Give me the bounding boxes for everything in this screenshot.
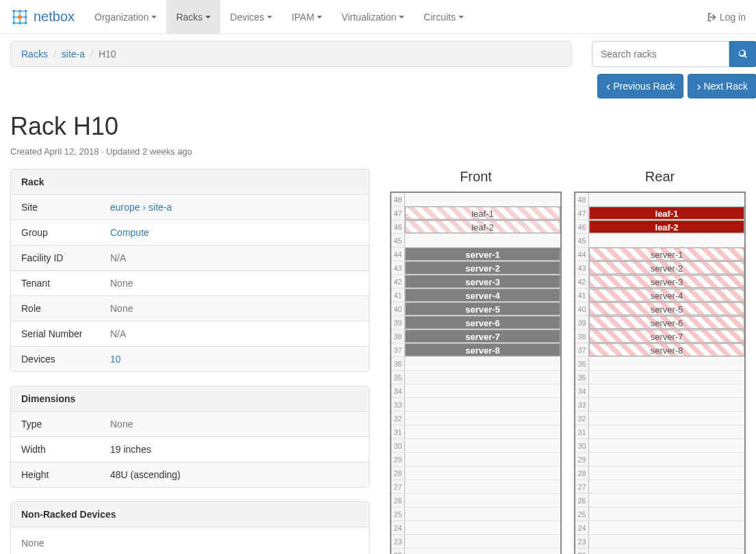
empty-u[interactable]: [589, 193, 744, 206]
u-number: 33: [391, 398, 405, 411]
empty-u[interactable]: [405, 357, 560, 370]
group-link[interactable]: Compute: [110, 227, 149, 238]
device-leaf-2[interactable]: leaf-2: [589, 220, 744, 233]
nav-item-ipam[interactable]: IPAM: [282, 0, 332, 34]
empty-u[interactable]: [405, 521, 560, 534]
empty-u[interactable]: [405, 193, 560, 206]
logo-icon: [10, 8, 29, 27]
u-number: 42: [391, 275, 405, 288]
empty-u[interactable]: [589, 480, 744, 493]
empty-u[interactable]: [405, 453, 560, 466]
nav-item-virtualization[interactable]: Virtualization: [332, 0, 414, 34]
device-server-6[interactable]: server-6: [589, 316, 744, 329]
svg-point-14: [18, 14, 22, 18]
empty-u[interactable]: [589, 507, 744, 520]
empty-u[interactable]: [405, 398, 560, 411]
svg-point-11: [12, 21, 15, 24]
nav-item-devices[interactable]: Devices: [220, 0, 282, 34]
empty-u[interactable]: [589, 384, 744, 397]
u-number: 27: [391, 480, 405, 493]
breadcrumb-racks[interactable]: Racks: [21, 49, 48, 60]
device-server-8[interactable]: server-8: [589, 343, 744, 356]
nonracked-panel: Non-Racked Devices None: [10, 501, 369, 554]
region-link[interactable]: europe: [110, 202, 140, 213]
device-leaf-1[interactable]: leaf-1: [589, 207, 744, 220]
empty-u[interactable]: [589, 535, 744, 548]
u-number: 22: [391, 549, 405, 554]
u-number: 41: [575, 289, 589, 302]
empty-u[interactable]: [589, 466, 744, 479]
caret-down-icon: [205, 16, 211, 18]
empty-u[interactable]: [405, 425, 560, 438]
nav-item-racks[interactable]: Racks: [166, 0, 220, 34]
empty-u[interactable]: [589, 371, 744, 384]
dimensions-panel: Dimensions TypeNone Width19 inches Heigh…: [10, 386, 369, 488]
device-server-2[interactable]: server-2: [589, 261, 744, 274]
device-server-4[interactable]: server-4: [405, 289, 560, 302]
empty-u[interactable]: [589, 398, 744, 411]
search-input[interactable]: [592, 41, 729, 67]
empty-u[interactable]: [405, 507, 560, 520]
empty-u[interactable]: [405, 549, 560, 554]
svg-point-10: [25, 16, 27, 18]
site-link[interactable]: site-a: [148, 202, 172, 213]
empty-u[interactable]: [589, 357, 744, 370]
empty-u[interactable]: [589, 425, 744, 438]
previous-rack-button[interactable]: Previous Rack: [597, 74, 683, 98]
empty-u[interactable]: [589, 521, 744, 534]
device-server-5[interactable]: server-5: [589, 302, 744, 315]
u-number: 31: [575, 425, 589, 438]
next-rack-button[interactable]: Next Rack: [688, 74, 756, 98]
empty-u[interactable]: [405, 412, 560, 425]
u-number: 43: [391, 261, 405, 274]
nav-item-organization[interactable]: Organization: [85, 0, 166, 34]
device-server-1[interactable]: server-1: [589, 248, 744, 261]
device-leaf-2[interactable]: leaf-2: [405, 220, 560, 233]
device-server-7[interactable]: server-7: [589, 330, 744, 343]
nav-item-circuits[interactable]: Circuits: [414, 0, 473, 34]
empty-u[interactable]: [589, 412, 744, 425]
empty-u[interactable]: [405, 480, 560, 493]
empty-u[interactable]: [405, 535, 560, 548]
device-server-7[interactable]: server-7: [405, 330, 560, 343]
empty-u[interactable]: [589, 439, 744, 452]
empty-u[interactable]: [589, 234, 744, 247]
device-server-2[interactable]: server-2: [405, 261, 560, 274]
empty-u[interactable]: [405, 439, 560, 452]
caret-down-icon: [267, 16, 272, 18]
u-number: 41: [391, 289, 405, 302]
u-number: 39: [391, 316, 405, 329]
device-server-3[interactable]: server-3: [589, 275, 744, 288]
empty-u[interactable]: [405, 234, 560, 247]
page-meta: Created April 12, 2018 · Updated 2 weeks…: [10, 146, 746, 157]
empty-u[interactable]: [589, 453, 744, 466]
empty-u[interactable]: [405, 384, 560, 397]
u-number: 27: [575, 480, 589, 493]
caret-down-icon: [317, 16, 322, 18]
devices-link[interactable]: 10: [110, 354, 121, 365]
u-number: 48: [575, 193, 589, 206]
device-server-5[interactable]: server-5: [405, 302, 560, 315]
empty-u[interactable]: [589, 549, 744, 554]
brand[interactable]: netbox: [10, 8, 85, 27]
search-button[interactable]: [729, 41, 756, 67]
login-link[interactable]: Log in: [707, 12, 746, 23]
empty-u[interactable]: [405, 494, 560, 507]
u-number: 47: [575, 207, 589, 220]
u-number: 37: [391, 343, 405, 356]
empty-u[interactable]: [405, 371, 560, 384]
breadcrumb-site[interactable]: site-a: [62, 49, 85, 60]
u-number: 38: [391, 330, 405, 343]
empty-u[interactable]: [405, 466, 560, 479]
device-server-8[interactable]: server-8: [405, 343, 560, 356]
device-server-3[interactable]: server-3: [405, 275, 560, 288]
device-server-6[interactable]: server-6: [405, 316, 560, 329]
empty-u[interactable]: [589, 494, 744, 507]
device-server-1[interactable]: server-1: [405, 248, 560, 261]
u-number: 28: [391, 466, 405, 479]
u-number: 33: [575, 398, 589, 411]
device-leaf-1[interactable]: leaf-1: [405, 207, 560, 220]
device-server-4[interactable]: server-4: [589, 289, 744, 302]
u-number: 35: [575, 371, 589, 384]
u-number: 43: [575, 261, 589, 274]
